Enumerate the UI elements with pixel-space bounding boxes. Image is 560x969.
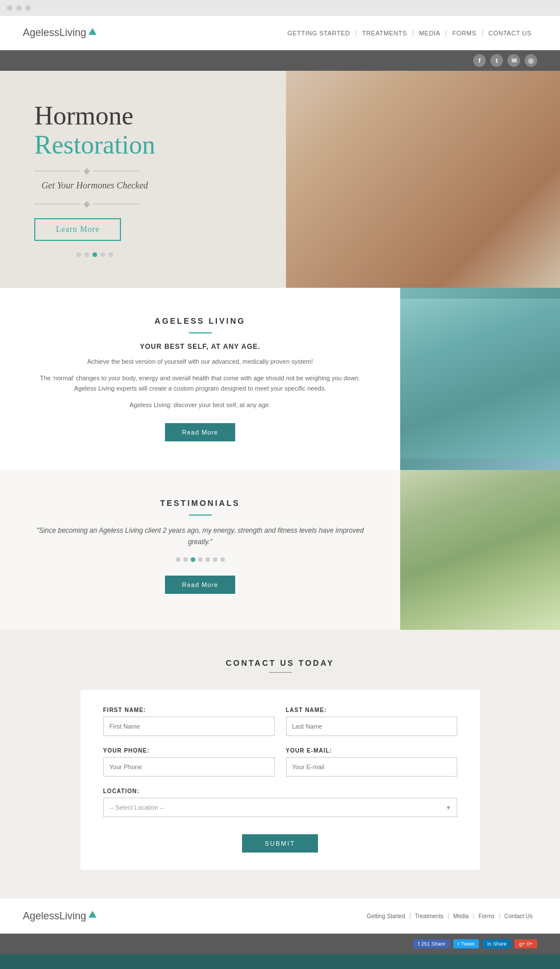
linkedin-share-button[interactable]: in Share xyxy=(482,939,511,948)
first-name-label: FIRST NAME: xyxy=(103,707,275,713)
last-name-group: LAST NAME: xyxy=(286,707,457,736)
submit-button[interactable]: SUBMIT xyxy=(242,834,319,853)
facebook-like-count: 251 xyxy=(421,941,430,947)
email-icon[interactable]: ✉ xyxy=(507,54,520,67)
t-dot-3[interactable] xyxy=(191,557,195,562)
location-group: LOCATION: -- Select Location -- Location… xyxy=(103,788,457,817)
hero-dot-2[interactable] xyxy=(84,252,89,257)
footer-nav: Getting Started Treatments Media Forms C… xyxy=(362,913,537,919)
footer-nav-getting-started[interactable]: Getting Started xyxy=(362,913,410,919)
hero-divider-top xyxy=(34,169,155,174)
linkedin-icon: in xyxy=(487,941,491,947)
t-dot-1[interactable] xyxy=(176,557,180,562)
nav-treatments[interactable]: TREATMENTS xyxy=(356,30,413,37)
contact-divider xyxy=(269,672,292,673)
testimonials-underline xyxy=(189,514,212,516)
social-share-bar: f 251 Share t Tweet in Share g+ 0+ xyxy=(0,934,560,954)
testimonials-couple-image xyxy=(400,470,560,630)
hero-person-image xyxy=(286,71,560,288)
location-label: LOCATION: xyxy=(103,788,457,794)
nav-forms[interactable]: FORMS xyxy=(446,30,482,37)
footer-nav-contact[interactable]: Contact Us xyxy=(500,913,537,919)
email-input[interactable] xyxy=(286,757,457,777)
form-row-location: LOCATION: -- Select Location -- Location… xyxy=(103,788,457,817)
hero-dot-1[interactable] xyxy=(76,252,81,257)
hero-dot-5[interactable] xyxy=(108,252,113,257)
logo-triangle-icon xyxy=(88,28,96,35)
twitter-share-button[interactable]: t Tweet xyxy=(453,939,480,948)
instagram-icon[interactable]: ◎ xyxy=(525,54,537,67)
hero-image xyxy=(286,71,560,288)
footer-nav-bar: AgelessLiving Getting Started Treatments… xyxy=(0,898,560,934)
testimonials-heading: TESTIMONIALS xyxy=(29,498,372,508)
ageless-read-more-button[interactable]: Read More xyxy=(165,423,235,441)
hero-title-sub: Restoration xyxy=(34,131,155,160)
contact-form-wrapper: FIRST NAME: LAST NAME: YOUR PHONE: YOUR … xyxy=(80,690,480,870)
ageless-underline xyxy=(189,332,212,333)
divider-diamond xyxy=(83,168,90,174)
nav-contact[interactable]: CONTACT US xyxy=(483,30,538,37)
browser-dot-2 xyxy=(16,5,22,11)
facebook-share-icon: f xyxy=(418,941,420,947)
bottom-footer: Copyright © 2016 Ageless Living. All Rig… xyxy=(0,954,560,969)
divider-line-right2 xyxy=(94,204,139,204)
phone-input[interactable] xyxy=(103,757,275,777)
ageless-para1: Achieve the best version of yourself wit… xyxy=(29,356,372,367)
t-dot-6[interactable] xyxy=(213,557,217,562)
testimonials-image xyxy=(400,470,560,630)
hero-title-main: Hormone xyxy=(34,102,155,131)
t-dot-7[interactable] xyxy=(220,557,225,562)
logo[interactable]: AgelessLiving xyxy=(23,27,96,39)
footer-logo-triangle-icon xyxy=(88,911,96,918)
hero-carousel-dots xyxy=(34,252,155,257)
twitter-icon[interactable]: t xyxy=(490,54,503,67)
footer-nav-forms[interactable]: Forms xyxy=(474,913,499,919)
browser-chrome xyxy=(0,0,560,16)
footer-logo[interactable]: AgelessLiving xyxy=(23,910,96,922)
browser-dot-1 xyxy=(7,5,13,11)
last-name-input[interactable] xyxy=(286,717,457,736)
phone-label: YOUR PHONE: xyxy=(103,747,275,754)
facebook-share-button[interactable]: f 251 Share xyxy=(413,939,450,948)
linkedin-label: Share xyxy=(493,941,506,947)
t-dot-4[interactable] xyxy=(198,557,203,562)
contact-section: CONTACT US TODAY FIRST NAME: LAST NAME: … xyxy=(0,630,560,898)
ageless-section: AGELESS LIVING YOUR BEST SELF, AT ANY AG… xyxy=(0,288,560,470)
hero-dot-3[interactable] xyxy=(92,252,97,257)
ageless-para3: Ageless Living: discover your best self,… xyxy=(29,400,372,411)
t-dot-2[interactable] xyxy=(183,557,188,562)
hero-dot-4[interactable] xyxy=(100,252,105,257)
divider-diamond2 xyxy=(83,201,90,207)
nav-getting-started[interactable]: GETTING STARTED xyxy=(281,30,356,37)
gplus-label: 0+ xyxy=(527,941,533,947)
divider-line-left xyxy=(34,171,80,171)
facebook-icon[interactable]: f xyxy=(473,54,486,67)
hero-learn-more-button[interactable]: Learn More xyxy=(34,218,121,241)
first-name-group: FIRST NAME: xyxy=(103,707,275,736)
phone-group: YOUR PHONE: xyxy=(103,747,275,777)
form-row-contact: YOUR PHONE: YOUR E-MAIL: xyxy=(103,747,457,777)
hero-subtitle: Get Your Hormones Checked xyxy=(34,180,155,191)
gplus-share-button[interactable]: g+ 0+ xyxy=(514,939,537,948)
hero-divider-bottom xyxy=(34,202,155,207)
ageless-image xyxy=(400,288,560,470)
location-select[interactable]: -- Select Location -- Location 1 Locatio… xyxy=(103,798,457,817)
testimonial-carousel-dots xyxy=(29,557,372,562)
site-header: AgelessLiving GETTING STARTED TREATMENTS… xyxy=(0,16,560,50)
email-group: YOUR E-MAIL: xyxy=(286,747,457,777)
footer-nav-media[interactable]: Media xyxy=(449,913,474,919)
divider-line-left2 xyxy=(34,204,80,204)
hero-section: Hormone Restoration Get Your Hormones Ch… xyxy=(0,71,560,288)
social-bar-top: f t ✉ ◎ xyxy=(0,50,560,71)
location-select-wrapper: -- Select Location -- Location 1 Locatio… xyxy=(103,798,457,817)
t-dot-5[interactable] xyxy=(206,557,210,562)
ageless-para2: The 'normal' changes to your body, energ… xyxy=(29,373,372,394)
twitter-label: Tweet xyxy=(461,941,474,947)
testimonial-quote: "Since becoming an Ageless Living client… xyxy=(29,525,372,548)
testimonials-read-more-button[interactable]: Read More xyxy=(165,576,235,594)
footer-nav-treatments[interactable]: Treatments xyxy=(410,913,449,919)
twitter-icon: t xyxy=(458,941,460,947)
nav-media[interactable]: MEDIA xyxy=(413,30,446,37)
first-name-input[interactable] xyxy=(103,717,275,736)
logo-text: AgelessLiving xyxy=(23,27,86,39)
